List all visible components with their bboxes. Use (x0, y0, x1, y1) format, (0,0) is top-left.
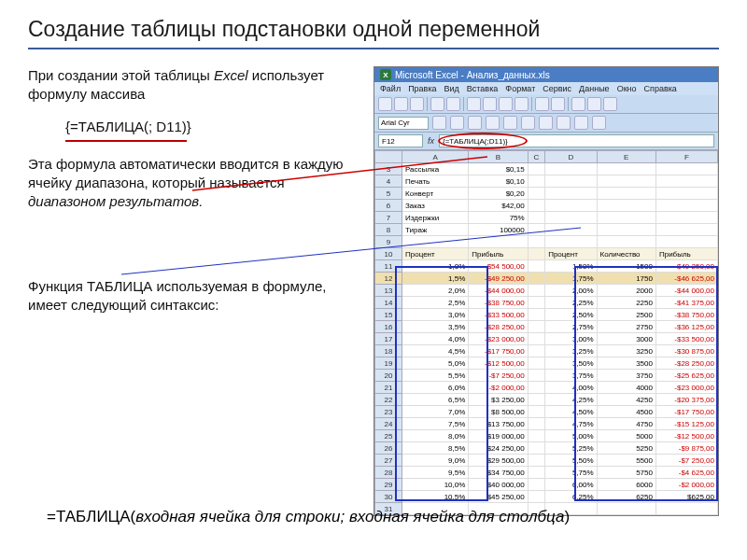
col-header[interactable]: A (402, 151, 469, 163)
para-3: Функция ТАБЛИЦА используемая в формуле, … (28, 277, 364, 315)
text-column: При создании этой таблицы Excel использу… (28, 66, 364, 516)
toolbar-button[interactable] (571, 97, 585, 111)
toolbar-button[interactable] (587, 97, 601, 111)
row-header[interactable]: 23 (375, 406, 402, 418)
toolbar-button[interactable] (503, 116, 517, 130)
col-header[interactable]: C (528, 151, 544, 163)
row-header[interactable]: 19 (375, 357, 402, 370)
col-header[interactable]: B (469, 151, 528, 163)
col-header[interactable]: D (545, 151, 597, 163)
para-2: Эта формула автоматически вводится в каж… (28, 155, 364, 212)
menu-bar[interactable]: ФайлПравкаВидВставкаФорматСервисДанныеОк… (374, 82, 718, 95)
menu-item[interactable]: Сервис (543, 84, 571, 93)
toolbar-button[interactable] (551, 97, 565, 111)
toolbar-button[interactable] (378, 97, 392, 111)
menu-item[interactable]: Правка (408, 84, 436, 93)
fx-icon[interactable]: fx (425, 136, 437, 146)
row-header[interactable]: 28 (375, 467, 402, 479)
toolbar-button[interactable] (432, 116, 446, 130)
col-header[interactable]: E (597, 151, 655, 163)
para-2-em: диапазоном результатов. (28, 193, 203, 209)
toolbar-button[interactable] (557, 116, 571, 130)
formula-bar-text: {=ТАБЛИЦА(;D11)} (443, 137, 508, 146)
para-1-em: Excel (214, 67, 248, 83)
formula-row: F12 fx {=ТАБЛИЦА(;D11)} (374, 133, 718, 150)
row-header[interactable]: 8 (375, 224, 402, 236)
toolbar-button[interactable] (486, 116, 500, 130)
row-header[interactable]: 30 (375, 491, 402, 503)
toolbar-button[interactable] (514, 97, 529, 111)
toolbar-button[interactable] (446, 97, 460, 111)
para-1: При создании этой таблицы Excel использу… (28, 66, 364, 105)
row-header[interactable]: 18 (375, 345, 402, 357)
toolbar-button[interactable] (521, 116, 535, 130)
row-header[interactable]: 7 (375, 212, 402, 224)
toolbar-button[interactable] (483, 97, 497, 111)
row-header[interactable]: 21 (375, 382, 402, 394)
menu-item[interactable]: Формат (505, 84, 535, 93)
toolbar-button[interactable] (468, 116, 482, 130)
row-header[interactable]: 14 (375, 297, 402, 309)
excel-window: X Microsoft Excel - Анализ_данных.xls Фа… (374, 66, 719, 516)
menu-item[interactable]: Файл (380, 84, 401, 93)
row-header[interactable]: 13 (375, 285, 402, 297)
menu-item[interactable]: Данные (579, 84, 610, 93)
format-toolbar[interactable]: Arial Cyr (374, 114, 718, 133)
menu-item[interactable]: Вид (444, 84, 459, 93)
standard-toolbar[interactable] (374, 95, 718, 114)
row-header[interactable]: 12 (375, 273, 402, 285)
toolbar-button[interactable] (394, 97, 408, 111)
spreadsheet-grid[interactable]: ABCDEF3Рассылка$0,154Печать$0,105Конверт… (374, 150, 718, 515)
row-header[interactable]: 15 (375, 309, 402, 321)
col-header[interactable]: F (655, 151, 717, 163)
name-box[interactable]: F12 (378, 134, 423, 147)
formula-bar[interactable]: {=ТАБЛИЦА(;D11)} (439, 134, 714, 147)
toolbar-button[interactable] (603, 97, 617, 111)
excel-title-text: Microsoft Excel - Анализ_данных.xls (395, 70, 550, 80)
font-selector[interactable]: Arial Cyr (378, 117, 429, 130)
menu-item[interactable]: Справка (644, 84, 677, 93)
row-header[interactable]: 25 (375, 430, 402, 442)
toolbar-button[interactable] (499, 97, 513, 111)
syntax-line: =ТАБЛИЦА(входная ячейка для строки; вход… (47, 508, 570, 526)
row-header[interactable]: 17 (375, 333, 402, 345)
menu-item[interactable]: Окно (617, 84, 637, 93)
excel-titlebar: X Microsoft Excel - Анализ_данных.xls (374, 67, 718, 82)
formula-underline (65, 140, 187, 142)
row-header[interactable]: 27 (375, 455, 402, 467)
row-header[interactable]: 24 (375, 418, 402, 430)
toolbar-button[interactable] (430, 97, 444, 111)
menu-item[interactable]: Вставка (467, 84, 498, 93)
row-header[interactable]: 4 (375, 175, 402, 188)
excel-icon: X (380, 69, 391, 80)
para-2a: Эта формула автоматически вводится в каж… (28, 156, 344, 190)
row-header[interactable]: 6 (375, 200, 402, 212)
row-header[interactable]: 5 (375, 188, 402, 200)
toolbar-button[interactable] (535, 97, 549, 111)
syntax-a: =ТАБЛИЦА( (47, 508, 135, 525)
array-formula: {=ТАБЛИЦА(; D11)} (28, 118, 364, 136)
toolbar-button[interactable] (574, 116, 588, 130)
row-header[interactable]: 26 (375, 442, 402, 455)
row-header[interactable]: 22 (375, 394, 402, 406)
syntax-em: входная ячейка для строки; входная ячейк… (135, 508, 564, 525)
row-header[interactable]: 11 (375, 260, 402, 273)
syntax-b: ) (564, 508, 570, 525)
para-1a: При создании этой таблицы (28, 67, 214, 83)
toolbar-button[interactable] (450, 116, 464, 130)
toolbar-button[interactable] (467, 97, 481, 111)
toolbar-button[interactable] (410, 97, 424, 111)
toolbar-button[interactable] (539, 116, 553, 130)
toolbar-button[interactable] (592, 116, 606, 130)
title-underline (28, 48, 719, 49)
row-header[interactable]: 29 (375, 479, 402, 491)
slide-title: Создание таблицы подстановки одной перем… (0, 0, 747, 48)
row-header[interactable]: 20 (375, 370, 402, 382)
row-header[interactable]: 3 (375, 163, 402, 175)
row-header[interactable]: 16 (375, 321, 402, 333)
